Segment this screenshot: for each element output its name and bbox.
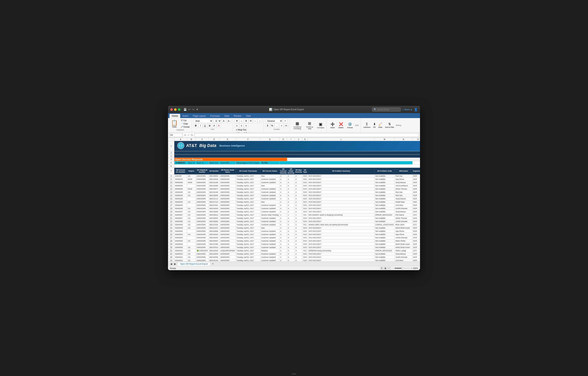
table-cell[interactable]: Suraj Maurya [395,210,412,214]
table-cell[interactable]: 🟢 229918379 [196,249,209,252]
table-cell[interactable]: Suraj Maurya [395,181,412,184]
table-cell[interactable]: 4 [280,187,287,191]
table-cell[interactable]: NCR [412,226,420,230]
table-cell[interactable]: 1 [295,214,302,217]
table-cell[interactable]: 1 [287,214,295,217]
table-cell[interactable]: NCR [412,256,420,259]
insert-function-icon[interactable]: fx [191,134,193,137]
table-cell[interactable]: 4 [280,226,287,230]
table-cell[interactable]: 4 [287,246,295,249]
table-cell[interactable]: NCR [412,187,420,191]
table-cell[interactable]: Customer Updated [260,210,280,214]
table-cell[interactable]: SVO 04/11/2017 [308,207,375,210]
table-cell[interactable]: UNKNOWN [196,187,209,191]
table-cell[interactable]: UNKNOWN [196,200,209,204]
table-cell[interactable]: 4 [295,187,302,191]
copy-button[interactable]: 📄 Copy [180,122,190,125]
table-cell[interactable]: Khalid Raye [395,200,412,204]
table-cell[interactable]: 4 [287,217,295,220]
table-cell[interactable]: 4 [295,210,302,214]
table-cell[interactable]: 4 [287,197,295,200]
table-cell[interactable]: Tuesday, April11, 2017 [236,181,260,184]
table-cell[interactable]: SVO 04/11/2017 [308,200,375,204]
table-cell[interactable]: UNKNOWN [219,233,236,236]
table-cell[interactable]: 4 [295,246,302,249]
sort-filter-button[interactable]: ⇅ Sort & Filter [384,122,395,129]
table-cell[interactable]: UNKNOWN [219,204,236,207]
table-cell[interactable]: SVO 04/11/2017 [308,210,375,214]
table-cell[interactable]: 4 [280,246,287,249]
table-cell[interactable]: SVO [302,178,308,181]
table-cell[interactable]: 92649310 [174,249,187,252]
table-cell[interactable]: WS-C6506-E: switch is dropping connectiv… [308,214,375,217]
table-cell[interactable]: 682134403 [209,236,220,239]
table-cell[interactable]: Customer Updated [260,197,280,200]
table-cell[interactable]: Not Available [375,239,395,243]
table-cell[interactable]: Tuesday, April11, 2017 [236,191,260,194]
table-cell[interactable]: Anshit Ghanate [395,236,412,239]
table-cell[interactable]: Brian Ulrich [395,223,412,226]
table-cell[interactable]: Tuesday, April11, 2017 [236,204,260,207]
table-cell[interactable]: 682137525 [209,223,220,226]
table-cell[interactable]: Not Available [375,233,395,236]
col-E[interactable]: E [219,138,236,141]
table-cell[interactable]: Customer Updated [260,220,280,223]
table-cell[interactable]: UNKNOWN [196,252,209,256]
table-cell[interactable]: SVO 04/11/2017 [308,204,375,207]
more-icon[interactable]: ▼ [196,108,199,111]
col-M[interactable]: M [375,138,395,141]
table-cell[interactable]: 4 [295,239,302,243]
maximize-button[interactable] [178,108,180,111]
table-cell[interactable]: Anshit Ghanate [395,207,412,210]
table-cell[interactable]: 4 [287,220,295,223]
table-cell[interactable]: 4 [287,226,295,230]
table-cell[interactable]: Customer Updated [260,259,280,262]
table-cell[interactable]: UNKNOWN [196,184,209,187]
table-cell[interactable]: 4 [295,204,302,207]
comma-button[interactable]: , [275,124,279,128]
table-cell[interactable]: Not Available [375,174,395,178]
table-cell[interactable]: 682131466 [209,181,220,184]
table-cell[interactable]: UNKNOWN [219,230,236,233]
table-cell[interactable]: NCR [412,246,420,249]
table-cell[interactable]: Amit More [395,204,412,207]
table-cell[interactable]: Anshit Ghanate [395,256,412,259]
table-cell[interactable]: wireless 3850 | desk users are getting d… [308,223,375,226]
table-cell[interactable]: 682155877 [209,187,220,191]
table-cell[interactable]: 4 [295,174,302,178]
table-cell[interactable]: Not Available [375,204,395,207]
table-cell[interactable]: Not Available [375,181,395,184]
align-left-button[interactable]: ≡ [235,124,239,128]
table-cell[interactable]: NCR [412,191,420,194]
table-cell[interactable]: Rahul Shelar [395,239,412,243]
table-cell[interactable]: 682133456 [209,256,220,259]
table-cell[interactable]: New [260,200,280,204]
table-cell[interactable]: SVO 04/11/2017 [308,220,375,223]
table-cell[interactable]: UNKNOWN [196,217,209,220]
table-cell[interactable]: 2 [280,223,287,226]
table-cell[interactable]: UNKNOWN [219,191,236,194]
table-cell[interactable]: US [187,220,196,223]
table-cell[interactable]: 92649307 [174,214,187,217]
table-cell[interactable]: NCR [412,236,420,239]
table-cell[interactable]: SVO [302,243,308,246]
table-cell[interactable]: 4 [295,194,302,197]
table-cell[interactable]: Customer Updated [260,217,280,220]
table-cell[interactable]: 90998399 [174,187,187,191]
table-cell[interactable]: 4 [287,187,295,191]
align-right-button[interactable]: ≡ [244,124,248,128]
table-cell[interactable]: US [187,223,196,226]
table-cell[interactable]: NCR [412,181,420,184]
table-cell[interactable]: UNKNOWN [219,226,236,230]
table-cell[interactable]: 4 [280,259,287,262]
currency-button[interactable]: $ [266,124,270,128]
table-cell[interactable]: Customer Updated [260,236,280,239]
italic-button[interactable]: I [198,124,203,128]
table-cell[interactable]: Suraj Maurya [395,197,412,200]
table-cell[interactable]: UNKNOWN [219,194,236,197]
table-cell[interactable]: 4 [295,200,302,204]
table-cell[interactable]: 92649309 [174,226,187,230]
table-cell[interactable]: 682135149 [209,259,220,262]
table-cell[interactable]: Not Available [375,236,395,239]
table-cell[interactable]: NCR [412,207,420,210]
